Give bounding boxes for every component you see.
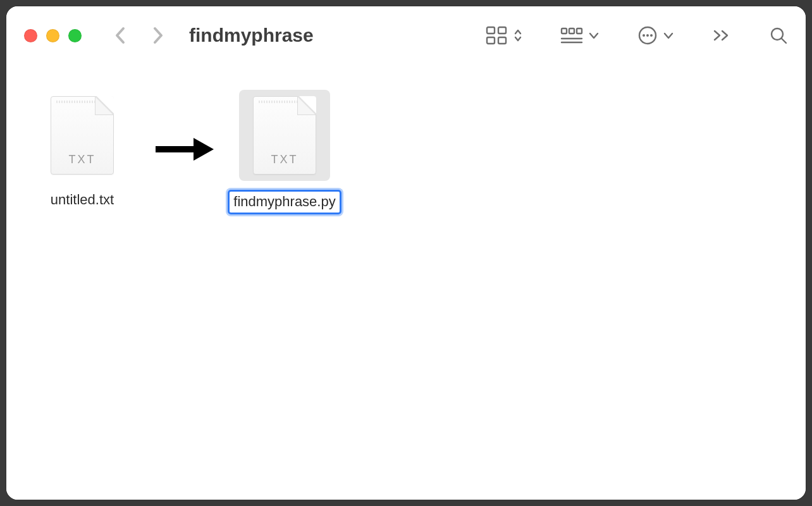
file-ext-label: TXT bbox=[69, 153, 96, 166]
back-button[interactable] bbox=[112, 27, 130, 44]
file-ext-label: TXT bbox=[271, 153, 298, 166]
chevron-down-icon bbox=[588, 31, 600, 40]
svg-point-10 bbox=[643, 34, 645, 37]
grid-icon bbox=[486, 26, 508, 45]
file-grid[interactable]: TXT untitled.txt TXT findmyphrase.py bbox=[6, 65, 806, 500]
file-item[interactable]: TXT untitled.txt bbox=[25, 90, 139, 211]
more-circle-icon bbox=[637, 25, 658, 46]
file-icon: TXT bbox=[37, 90, 128, 181]
minimize-window-button[interactable] bbox=[46, 29, 59, 42]
search-icon bbox=[769, 26, 788, 45]
window-title: findmyphrase bbox=[189, 25, 474, 46]
svg-point-11 bbox=[646, 34, 649, 37]
forward-button[interactable] bbox=[149, 27, 166, 44]
finder-window: findmyphrase bbox=[6, 6, 806, 500]
svg-rect-6 bbox=[577, 28, 582, 34]
svg-rect-0 bbox=[487, 27, 495, 34]
chevron-down-icon bbox=[663, 31, 674, 40]
nav-arrows bbox=[112, 27, 166, 44]
arrow-right-icon bbox=[152, 134, 215, 164]
txt-file-icon: TXT bbox=[51, 96, 114, 175]
file-name-label[interactable]: untitled.txt bbox=[47, 190, 118, 211]
svg-rect-1 bbox=[498, 27, 506, 34]
toolbar-right bbox=[486, 25, 788, 46]
rename-arrow-annotation bbox=[152, 134, 215, 167]
view-switcher[interactable] bbox=[486, 26, 522, 45]
action-menu[interactable] bbox=[637, 25, 674, 46]
double-chevron-right-icon bbox=[712, 29, 731, 42]
file-name-edit-field[interactable]: findmyphrase.py bbox=[228, 190, 341, 214]
overflow-button[interactable] bbox=[712, 29, 731, 42]
window-controls bbox=[24, 29, 82, 42]
up-down-chevron-icon bbox=[514, 28, 522, 43]
svg-rect-4 bbox=[562, 28, 567, 34]
group-menu[interactable] bbox=[560, 26, 600, 45]
zoom-window-button[interactable] bbox=[68, 29, 82, 42]
file-icon: TXT bbox=[239, 90, 330, 181]
search-button[interactable] bbox=[769, 26, 788, 45]
svg-point-12 bbox=[650, 34, 653, 37]
svg-rect-3 bbox=[498, 37, 506, 44]
close-window-button[interactable] bbox=[24, 29, 37, 42]
txt-file-icon: TXT bbox=[253, 96, 316, 175]
svg-marker-16 bbox=[194, 138, 214, 161]
svg-rect-2 bbox=[487, 37, 495, 44]
svg-line-14 bbox=[782, 39, 786, 43]
group-icon bbox=[560, 26, 583, 45]
file-item-selected[interactable]: TXT findmyphrase.py bbox=[228, 90, 341, 214]
svg-rect-5 bbox=[569, 28, 574, 34]
toolbar: findmyphrase bbox=[6, 6, 806, 65]
